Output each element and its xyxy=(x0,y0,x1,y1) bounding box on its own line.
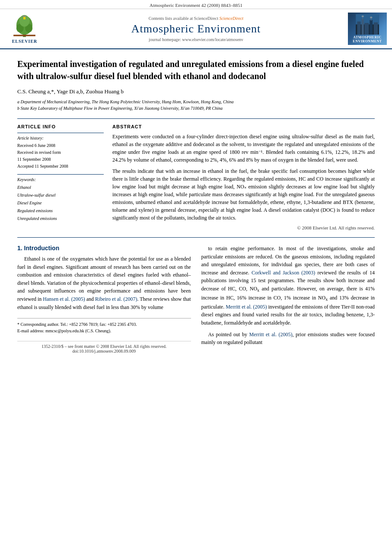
abstract-paragraph-1: Experiments were conducted on a four-cyl… xyxy=(112,133,375,164)
cover-logo-text: ATMOSPHERIC ENVIRONMENT xyxy=(353,35,382,43)
footnote-corresponding: * Corresponding author. Tel.: +852 2766 … xyxy=(17,321,191,328)
svg-rect-14 xyxy=(370,20,373,35)
footer-doi: doi:10.1016/j.atmosenv.2008.09.009 xyxy=(17,349,191,353)
keywords-list: Ethanol Ultralow-sulfur diesel Diesel En… xyxy=(17,184,104,223)
svg-rect-15 xyxy=(374,22,378,35)
keyword-1: Ethanol xyxy=(17,184,104,191)
svg-point-19 xyxy=(370,16,372,18)
ref-corkwell[interactable]: Corkwell and Jackson (2003) xyxy=(252,270,315,276)
abstract-heading: ABSTRACT xyxy=(112,124,375,129)
accepted-date: Accepted 11 September 2008 xyxy=(17,163,104,170)
elsevier-logo-area: ELSEVIER xyxy=(5,14,44,44)
received-date: Received 6 June 2008 xyxy=(17,142,104,149)
svg-rect-6 xyxy=(23,16,25,19)
journal-title: Atmospheric Environment xyxy=(44,22,348,35)
intro-right-text: to retain engine performance. In most of… xyxy=(201,245,375,347)
journal-homepage: journal homepage: www.elsevier.com/locat… xyxy=(44,37,348,42)
keyword-2: Ultralow-sulfur diesel xyxy=(17,191,104,199)
article-history-section: Article history: Received 6 June 2008 Re… xyxy=(17,133,104,170)
article-info-heading: ARTICLE INFO xyxy=(17,124,104,129)
keyword-3: Diesel Engine xyxy=(17,199,104,207)
svg-rect-11 xyxy=(357,22,361,35)
svg-rect-7 xyxy=(23,16,26,17)
affiliation-b: b State Key Laboratory of Multiphase Flo… xyxy=(17,105,375,111)
keywords-heading: Keywords: xyxy=(17,177,104,182)
elsevier-tree-icon xyxy=(13,14,36,38)
footnote-email: E-mail address: mmcsc@polyu.edu.hk (C.S.… xyxy=(17,328,191,334)
keywords-section: Keywords: Ethanol Ultralow-sulfur diesel… xyxy=(17,174,104,223)
authors-text: C.S. Cheung a,*, Yage Di a,b, Zuohua Hua… xyxy=(17,88,124,95)
journal-citation: Atmospheric Environment 42 (2008) 8843–8… xyxy=(150,3,242,8)
intro-right-para-2: As pointed out by Merritt et al. (2005),… xyxy=(201,331,375,347)
elsevier-logo: ELSEVIER xyxy=(12,14,38,44)
received-revised-date: 11 September 2008 xyxy=(17,156,104,163)
svg-rect-12 xyxy=(362,19,364,35)
authors-line: C.S. Cheung a,*, Yage Di a,b, Zuohua Hua… xyxy=(17,88,375,95)
sciencedirect-link[interactable]: ScienceDirect xyxy=(219,16,243,21)
top-bar: Atmospheric Environment 42 (2008) 8843–8… xyxy=(0,0,392,9)
intro-left-para-1: Ethanol is one of the oxygenates which h… xyxy=(17,255,191,311)
journal-header: ELSEVIER Contents lists available at Sci… xyxy=(0,9,392,49)
article-history-heading: Article history: xyxy=(17,136,104,140)
abstract-paragraph-2: The results indicate that with an increa… xyxy=(112,167,375,222)
intro-right-para-1: to retain engine performance. In most of… xyxy=(201,245,375,327)
section-divider xyxy=(17,237,375,238)
ref-merritt-1[interactable]: Merritt et al. (2005) xyxy=(226,304,267,310)
sciencedirect-line: Contents lists available at ScienceDirec… xyxy=(44,16,348,21)
footer-bar: 1352-2310/$ – see front matter © 2008 El… xyxy=(17,341,191,353)
author-affiliations: a Department of Mechanical Engineering, … xyxy=(17,99,375,111)
ref-merritt-2[interactable]: Merritt et al. (2005) xyxy=(249,331,292,338)
footnote-section: * Corresponding author. Tel.: +852 2766 … xyxy=(17,318,191,334)
received-revised-label: Received in revised form xyxy=(17,149,104,156)
cover-image-icon xyxy=(350,14,385,35)
keyword-4: Regulated emissions xyxy=(17,207,104,215)
intro-left-text: Ethanol is one of the oxygenates which h… xyxy=(17,255,191,311)
paper-title: Experimental investigation of regulated … xyxy=(17,58,375,82)
svg-point-18 xyxy=(362,16,364,17)
footer-issn: 1352-2310/$ – see front matter © 2008 El… xyxy=(17,344,191,349)
copyright-line: © 2008 Elsevier Ltd. All rights reserved… xyxy=(112,225,375,230)
body-right-column: to retain engine performance. In most of… xyxy=(201,245,375,353)
abstract-text: Experiments were conducted on a four-cyl… xyxy=(112,133,375,222)
journal-center: Contents lists available at ScienceDirec… xyxy=(44,16,348,42)
ref-hansen[interactable]: Hansen et al. (2005) xyxy=(43,296,85,302)
article-info-panel: ARTICLE INFO Article history: Received 6… xyxy=(17,124,104,230)
svg-rect-5 xyxy=(14,35,36,36)
keyword-5: Unregulated emissions xyxy=(17,215,104,223)
affiliation-a: a Department of Mechanical Engineering, … xyxy=(17,99,375,105)
journal-cover-image: ATMOSPHERIC ENVIRONMENT xyxy=(348,13,387,45)
ref-ribeiro[interactable]: Ribeiro et al. (2007) xyxy=(95,296,137,302)
body-left-column: 1. Introduction Ethanol is one of the ox… xyxy=(17,245,191,353)
article-info-abstract: ARTICLE INFO Article history: Received 6… xyxy=(17,118,375,230)
svg-rect-13 xyxy=(364,23,369,35)
abstract-panel: ABSTRACT Experiments were conducted on a… xyxy=(112,124,375,230)
main-content: Experimental investigation of regulated … xyxy=(0,49,392,362)
intro-section-title: 1. Introduction xyxy=(17,245,191,252)
elsevier-wordmark: ELSEVIER xyxy=(12,39,38,44)
body-content: 1. Introduction Ethanol is one of the ox… xyxy=(17,245,375,353)
